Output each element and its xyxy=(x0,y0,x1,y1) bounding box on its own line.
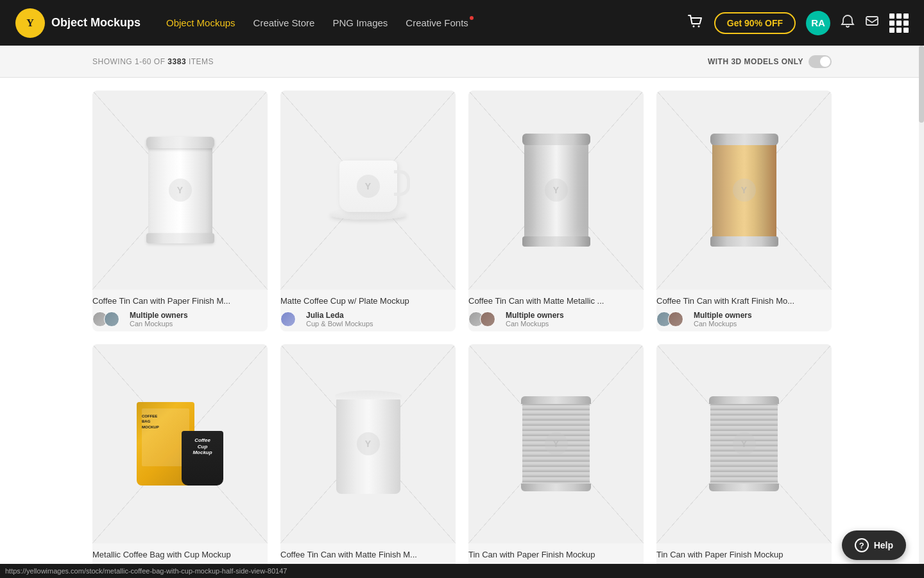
tin-can-kraft: Y xyxy=(712,139,776,241)
product-image: Y xyxy=(712,139,776,241)
tin-can-matte: Y xyxy=(336,394,400,494)
scrollbar[interactable] xyxy=(919,46,924,578)
author-avatars xyxy=(656,311,683,327)
get-off-button[interactable]: Get 90% OFF xyxy=(714,12,796,34)
coffee-cup: Y xyxy=(339,161,397,212)
card-title: Tin Can with Paper Finish Mockup xyxy=(656,550,832,559)
card-title: Coffee Tin Can with Kraft Finish Mo... xyxy=(656,296,832,306)
card-title: Coffee Tin Can with Matte Finish M... xyxy=(280,550,456,559)
author-avatar xyxy=(668,311,683,327)
card-image: Y xyxy=(656,344,832,543)
product-image: Y xyxy=(710,399,778,489)
help-label: Help xyxy=(874,540,893,550)
product-image: Y xyxy=(336,394,400,494)
author-category: Can Mockups xyxy=(506,320,564,328)
coffee-bag-group: COFFEEBAGMOCKUP CoffeeCupMockup xyxy=(137,402,223,486)
author-name: Multiple owners xyxy=(130,311,188,320)
author-category: Can Mockups xyxy=(694,320,752,328)
notifications-icon[interactable] xyxy=(841,14,855,31)
card-info: Coffee Tin Can with Kraft Finish Mo... M… xyxy=(656,290,832,331)
author-info: Multiple owners Can Mockups xyxy=(694,311,752,328)
3d-filter[interactable]: WITH 3D MODELS ONLY xyxy=(708,55,832,68)
card-title: Coffee Tin Can with Paper Finish M... xyxy=(92,296,268,306)
logo-text: Object Mockups xyxy=(51,16,141,30)
author-avatar xyxy=(280,311,296,327)
food-can: Y xyxy=(522,399,590,489)
product-image: COFFEEBAGMOCKUP CoffeeCupMockup xyxy=(137,402,223,486)
nav-creative-store[interactable]: Creative Store xyxy=(253,17,315,28)
tin-can-white: Y xyxy=(148,142,212,238)
messages-icon[interactable] xyxy=(865,14,879,31)
3d-filter-toggle[interactable] xyxy=(809,55,832,68)
user-avatar[interactable]: RA xyxy=(806,11,830,35)
card-info: Matte Coffee Cup w/ Plate Mockup Julia L… xyxy=(280,290,456,331)
author-avatars xyxy=(280,311,296,327)
card-author-row: Multiple owners Can Mockups xyxy=(92,311,268,328)
card-author-row: Julia Leda Cup & Bowl Mockups xyxy=(280,311,456,328)
mockup-card[interactable]: Y Coffee Tin Can with Paper Finish M... … xyxy=(92,91,268,331)
items-suffix: ITEMS xyxy=(186,57,214,66)
logo-icon: Y xyxy=(15,8,45,38)
coffee-cup-wrapper: Y xyxy=(330,161,407,220)
card-image: Y xyxy=(468,91,644,290)
nav-png-images[interactable]: PNG Images xyxy=(332,17,388,28)
author-avatars xyxy=(92,311,119,327)
card-title: Matte Coffee Cup w/ Plate Mockup xyxy=(280,296,456,306)
cart-icon[interactable] xyxy=(687,13,704,33)
help-button[interactable]: ? Help xyxy=(842,530,906,560)
product-image: Y xyxy=(148,142,212,238)
card-image: Y xyxy=(656,91,832,290)
author-category: Can Mockups xyxy=(130,320,188,328)
author-name: Multiple owners xyxy=(506,311,564,320)
card-image: COFFEEBAGMOCKUP CoffeeCupMockup xyxy=(92,344,268,543)
nav-object-mockups[interactable]: Object Mockups xyxy=(166,17,235,28)
apps-grid-icon[interactable] xyxy=(889,13,909,33)
card-title: Coffee Tin Can with Matte Metallic ... xyxy=(468,296,644,306)
product-image: Y xyxy=(524,139,588,241)
status-bar: https://yellowimages.com/stock/metallic-… xyxy=(0,564,924,578)
svg-rect-4 xyxy=(866,17,878,25)
mockup-card[interactable]: COFFEEBAGMOCKUP CoffeeCupMockup Metallic… xyxy=(92,344,268,578)
card-image: Y xyxy=(280,91,456,290)
mockup-card[interactable]: Y Coffee Tin Can with Kraft Finish Mo...… xyxy=(656,91,832,331)
author-name: Multiple owners xyxy=(694,311,752,320)
nav-right: Get 90% OFF RA xyxy=(687,11,909,35)
items-count-label: SHOWING 1-60 OF 3383 ITEMS xyxy=(92,57,214,66)
card-author-row: Multiple owners Can Mockups xyxy=(468,311,644,328)
mockup-grid: Y Coffee Tin Can with Paper Finish M... … xyxy=(92,91,832,578)
author-avatar xyxy=(104,311,119,327)
scrollbar-thumb[interactable] xyxy=(919,46,924,123)
tin-can-silver: Y xyxy=(524,139,588,241)
card-info: Coffee Tin Can with Matte Metallic ... M… xyxy=(468,290,644,331)
card-info: Coffee Tin Can with Paper Finish M... Mu… xyxy=(92,290,268,331)
showing-prefix: SHOWING 1-60 OF xyxy=(92,57,167,66)
coffee-cup-black: CoffeeCupMockup xyxy=(182,431,223,486)
mockup-card[interactable]: Y Coffee Tin Can with Matte Metallic ...… xyxy=(468,91,644,331)
mockup-card[interactable]: Y Matte Coffee Cup w/ Plate Mockup Julia… xyxy=(280,91,456,331)
svg-text:Y: Y xyxy=(26,17,34,28)
author-avatars xyxy=(468,311,495,327)
status-url: https://yellowimages.com/stock/metallic-… xyxy=(5,567,287,575)
card-title: Metallic Coffee Bag with Cup Mockup xyxy=(92,550,268,559)
subheader: SHOWING 1-60 OF 3383 ITEMS WITH 3D MODEL… xyxy=(0,46,924,78)
card-image: Y xyxy=(468,344,644,543)
mockup-card[interactable]: Y Tin Can with Paper Finish Mockup Multi… xyxy=(468,344,644,578)
svg-point-2 xyxy=(692,25,694,27)
items-count: 3383 xyxy=(167,57,186,66)
mockup-card[interactable]: Y Coffee Tin Can with Matte Finish M... … xyxy=(280,344,456,578)
nav-links: Object Mockups Creative Store PNG Images… xyxy=(166,17,667,28)
author-name: Julia Leda xyxy=(306,311,373,320)
mockup-card[interactable]: Y Tin Can with Paper Finish Mockup Multi… xyxy=(656,344,832,578)
author-avatar xyxy=(480,311,495,327)
author-info: Julia Leda Cup & Bowl Mockups xyxy=(306,311,373,328)
logo[interactable]: Y Object Mockups xyxy=(15,8,141,38)
nav-creative-fonts[interactable]: Creative Fonts xyxy=(406,17,468,28)
author-info: Multiple owners Can Mockups xyxy=(506,311,564,328)
card-image: Y xyxy=(92,91,268,290)
author-info: Multiple owners Can Mockups xyxy=(130,311,188,328)
navbar: Y Object Mockups Object Mockups Creative… xyxy=(0,0,924,46)
card-image: Y xyxy=(280,344,456,543)
help-icon: ? xyxy=(855,538,869,552)
food-can-2: Y xyxy=(710,399,778,489)
product-image: Y xyxy=(522,399,590,489)
